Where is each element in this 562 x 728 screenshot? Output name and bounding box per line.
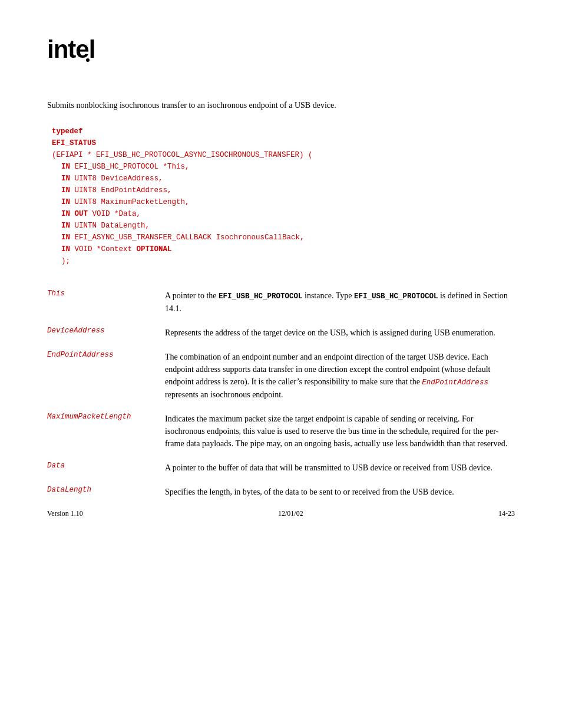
code-ref-efi1: EFI_USB_HC_PROTOCOL [219,292,303,301]
intel-logo: intel [47,35,515,64]
param-desc-data: A pointer to the buffer of data that wil… [165,458,515,482]
code-line-in3: IN UINT8 EndPointAddress, [52,185,515,196]
code-line-in6: IN UINTN DataLength, [52,220,515,232]
footer-version: Version 1.10 [47,509,83,518]
param-table: This A pointer to the EFI_USB_HC_PROTOCO… [47,286,515,506]
logo-text: intel [47,35,95,63]
param-row-this: This A pointer to the EFI_USB_HC_PROTOCO… [47,286,515,323]
param-row-maxpacketlength: MaximumPacketLength Indicates the maximu… [47,409,515,458]
code-line-efistatus: EFI_STATUS [52,137,515,149]
param-name-deviceaddress: DeviceAddress [47,323,165,347]
summary-text: Submits nonblocking isochronous transfer… [47,99,515,111]
param-desc-maxpacketlength: Indicates the maximum packet size the ta… [165,409,515,458]
param-name-maxpacketlength: MaximumPacketLength [47,409,165,458]
code-ref-efi2: EFI_USB_HC_PROTOCOL [354,292,438,301]
param-desc-endpointaddress: The combination of an endpoint number an… [165,347,515,409]
param-name-this: This [47,286,165,323]
param-desc-datalength: Specifies the length, in bytes, of the d… [165,482,515,506]
page: intel Submits nonblocking isochronous tr… [0,0,562,542]
footer-date: 12/01/02 [278,509,303,518]
code-line-typedef: typedef [52,126,515,137]
param-row-datalength: DataLength Specifies the length, in byte… [47,482,515,506]
code-block: typedef EFI_STATUS (EFIAPI * EFI_USB_HC_… [47,126,515,267]
code-line-in8: IN VOID *Context OPTIONAL [52,243,515,255]
param-row-deviceaddress: DeviceAddress Represents the address of … [47,323,515,347]
code-line-in5: IN OUT VOID *Data, [52,208,515,220]
param-name-data: Data [47,458,165,482]
code-line-close: ); [52,255,515,267]
param-name-endpointaddress: EndPointAddress [47,347,165,409]
code-line-in2: IN UINT8 DeviceAddress, [52,173,515,185]
page-footer: Version 1.10 12/01/02 14-23 [47,509,515,518]
code-line-in7: IN EFI_ASYNC_USB_TRANSFER_CALLBACK Isoch… [52,232,515,243]
param-desc-this: A pointer to the EFI_USB_HC_PROTOCOL ins… [165,286,515,323]
code-line-in4: IN UINT8 MaximumPacketLength, [52,196,515,208]
param-row-endpointaddress: EndPointAddress The combination of an en… [47,347,515,409]
footer-page: 14-23 [498,509,515,518]
code-line-proto: (EFIAPI * EFI_USB_HC_PROTOCOL_ASYNC_ISOC… [52,149,515,161]
code-line-in1: IN EFI_USB_HC_PROTOCOL *This, [52,161,515,173]
param-row-data: Data A pointer to the buffer of data tha… [47,458,515,482]
param-desc-deviceaddress: Represents the address of the target dev… [165,323,515,347]
param-name-datalength: DataLength [47,482,165,506]
ref-endpointaddress: EndPointAddress [422,378,488,387]
